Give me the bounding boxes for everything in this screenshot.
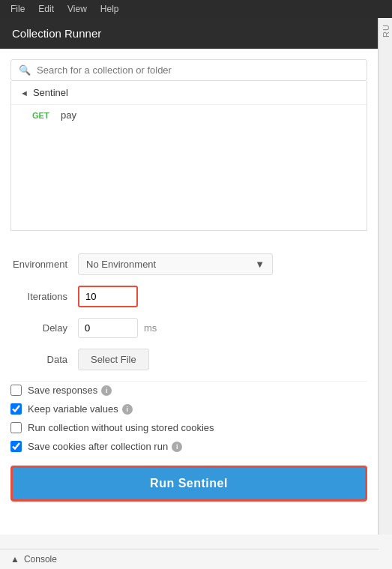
search-icon: 🔍: [19, 64, 31, 76]
select-file-button[interactable]: Select File: [78, 349, 149, 370]
data-row: Data Select File: [10, 349, 367, 370]
ms-unit-label: ms: [144, 322, 157, 334]
menu-bar: File Edit View Help: [0, 0, 392, 18]
collection-item-sentinel[interactable]: ◄ Sentinel: [11, 81, 367, 105]
checkbox-keep-variable: Keep variable values i: [0, 403, 378, 415]
menu-help[interactable]: Help: [94, 1, 125, 16]
content-area: 🔍 ◄ Sentinel GET pay: [0, 49, 378, 253]
run-button-wrap: Run Sentinel: [0, 460, 378, 512]
right-panel: RU: [379, 18, 392, 535]
console-label: Console: [24, 554, 57, 565]
delay-input-group: ms: [78, 318, 157, 338]
method-badge-get: GET: [32, 111, 55, 120]
request-item-pay[interactable]: GET pay: [11, 105, 367, 125]
collapse-arrow-icon: ◄: [20, 88, 28, 97]
run-without-cookies-checkbox[interactable]: [10, 422, 22, 433]
collection-area: ◄ Sentinel GET pay: [10, 81, 367, 231]
keep-variable-label[interactable]: Keep variable values i: [28, 403, 133, 415]
right-panel-label: RU: [382, 24, 391, 37]
checkbox-run-without-cookies: Run collection without using stored cook…: [0, 422, 378, 433]
save-cookies-checkbox[interactable]: [10, 441, 22, 452]
save-responses-checkbox[interactable]: [10, 385, 22, 396]
scroll-area[interactable]: 🔍 ◄ Sentinel GET pay: [0, 49, 378, 535]
environment-label: Environment: [10, 259, 78, 270]
console-bar[interactable]: ▲ Console: [0, 549, 379, 569]
collection-name: Sentinel: [33, 87, 68, 98]
search-input[interactable]: [37, 64, 359, 76]
left-panel: Collection Runner 🔍 ◄ Sentinel GET: [0, 18, 379, 535]
dropdown-arrow-icon: ▼: [255, 259, 265, 270]
iterations-row: Iterations: [10, 286, 367, 307]
environment-value: No Environment: [86, 259, 156, 270]
data-label: Data: [10, 354, 78, 365]
runner-title: Collection Runner: [12, 27, 101, 40]
keep-variable-checkbox[interactable]: [10, 403, 22, 415]
checkbox-save-responses: Save responses i: [0, 385, 378, 396]
environment-select[interactable]: No Environment ▼: [78, 253, 273, 275]
save-cookies-label[interactable]: Save cookies after collection run i: [28, 441, 182, 452]
save-responses-label[interactable]: Save responses i: [28, 385, 112, 396]
delay-label: Delay: [10, 322, 78, 334]
menu-file[interactable]: File: [4, 1, 31, 16]
run-sentinel-button[interactable]: Run Sentinel: [10, 466, 367, 502]
search-box[interactable]: 🔍: [10, 59, 367, 81]
console-expand-icon: ▲: [10, 554, 19, 565]
checkbox-save-cookies: Save cookies after collection run i: [0, 441, 378, 452]
iterations-input[interactable]: [78, 286, 138, 307]
request-name-pay: pay: [61, 109, 76, 121]
form-section: Environment No Environment ▼ Iterations …: [0, 253, 378, 370]
save-responses-info-icon[interactable]: i: [101, 385, 112, 396]
run-without-cookies-label[interactable]: Run collection without using stored cook…: [28, 422, 214, 433]
iterations-label: Iterations: [10, 291, 78, 302]
delay-input[interactable]: [78, 318, 138, 338]
menu-edit[interactable]: Edit: [32, 1, 60, 16]
main-layout: Collection Runner 🔍 ◄ Sentinel GET: [0, 18, 392, 535]
runner-header: Collection Runner: [0, 18, 378, 49]
keep-variable-info-icon[interactable]: i: [122, 404, 133, 415]
delay-row: Delay ms: [10, 318, 367, 338]
menu-view[interactable]: View: [61, 1, 93, 16]
save-cookies-info-icon[interactable]: i: [172, 442, 182, 452]
environment-row: Environment No Environment ▼: [10, 253, 367, 275]
separator: [10, 381, 367, 382]
